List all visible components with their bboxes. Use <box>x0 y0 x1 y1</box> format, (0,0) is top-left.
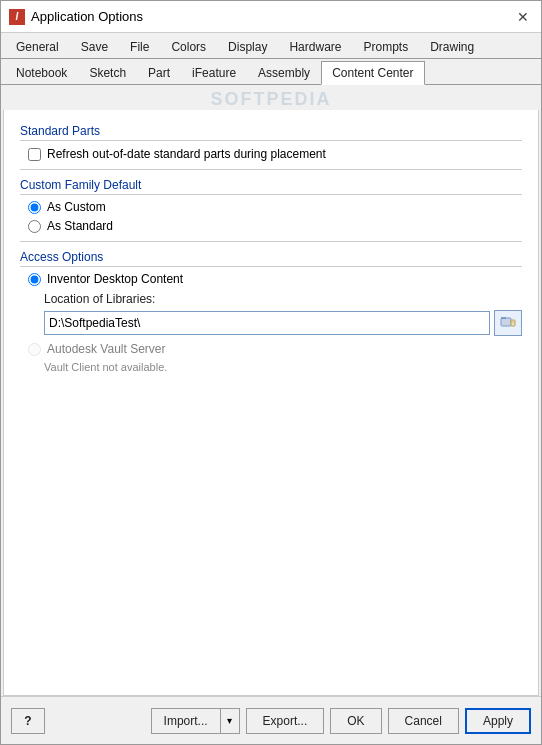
tab-file[interactable]: File <box>119 35 160 58</box>
as-standard-radio[interactable] <box>28 220 41 233</box>
footer: ? Import... ▾ Export... OK Cancel Apply <box>1 696 541 744</box>
tab-drawing[interactable]: Drawing <box>419 35 485 58</box>
import-dropdown-arrow[interactable]: ▾ <box>221 709 239 733</box>
refresh-checkbox-row: Refresh out-of-date standard parts durin… <box>28 147 522 161</box>
as-standard-radio-row: As Standard <box>28 219 522 233</box>
apply-button[interactable]: Apply <box>465 708 531 734</box>
inventor-desktop-label: Inventor Desktop Content <box>47 272 183 286</box>
import-button[interactable]: Import... <box>152 709 221 733</box>
inventor-desktop-radio[interactable] <box>28 273 41 286</box>
as-standard-label: As Standard <box>47 219 113 233</box>
library-path-input[interactable] <box>44 311 490 335</box>
close-button[interactable]: ✕ <box>513 7 533 27</box>
vault-note: Vault Client not available. <box>44 361 522 373</box>
tab-save[interactable]: Save <box>70 35 119 58</box>
refresh-checkbox-label: Refresh out-of-date standard parts durin… <box>47 147 326 161</box>
browse-button[interactable] <box>494 310 522 336</box>
tab-assembly[interactable]: Assembly <box>247 61 321 84</box>
import-split-button: Import... ▾ <box>151 708 240 734</box>
tab-ifeature[interactable]: iFeature <box>181 61 247 84</box>
vault-server-radio[interactable] <box>28 343 41 356</box>
help-button[interactable]: ? <box>11 708 45 734</box>
tab-sketch[interactable]: Sketch <box>78 61 137 84</box>
browse-icon <box>500 314 516 333</box>
main-content: Standard Parts Refresh out-of-date stand… <box>3 110 539 696</box>
tab-display[interactable]: Display <box>217 35 278 58</box>
svg-rect-0 <box>501 318 511 326</box>
inventor-desktop-radio-row: Inventor Desktop Content <box>28 272 522 286</box>
title-bar: I Application Options ✕ <box>1 1 541 33</box>
as-custom-radio[interactable] <box>28 201 41 214</box>
vault-server-label: Autodesk Vault Server <box>47 342 166 356</box>
svg-rect-2 <box>511 320 515 326</box>
libraries-label: Location of Libraries: <box>44 292 522 306</box>
tabs-row-1: General Save File Colors Display Hardwar… <box>1 33 541 59</box>
tab-part[interactable]: Part <box>137 61 181 84</box>
access-options-header: Access Options <box>20 250 522 267</box>
application-options-dialog: I Application Options ✕ General Save Fil… <box>0 0 542 745</box>
separator-1 <box>20 169 522 170</box>
tab-prompts[interactable]: Prompts <box>352 35 419 58</box>
tab-hardware[interactable]: Hardware <box>278 35 352 58</box>
app-icon: I <box>9 9 25 25</box>
dialog-title: Application Options <box>31 9 513 24</box>
tab-content-center[interactable]: Content Center <box>321 61 424 85</box>
as-custom-radio-row: As Custom <box>28 200 522 214</box>
export-button[interactable]: Export... <box>246 708 325 734</box>
tab-general[interactable]: General <box>5 35 70 58</box>
watermark: SOFTPEDIA <box>1 85 541 110</box>
standard-parts-header: Standard Parts <box>20 124 522 141</box>
tabs-row-2: Notebook Sketch Part iFeature Assembly C… <box>1 59 541 85</box>
refresh-checkbox[interactable] <box>28 148 41 161</box>
ok-button[interactable]: OK <box>330 708 381 734</box>
as-custom-label: As Custom <box>47 200 106 214</box>
separator-2 <box>20 241 522 242</box>
tab-colors[interactable]: Colors <box>160 35 217 58</box>
svg-rect-1 <box>501 317 506 319</box>
cancel-button[interactable]: Cancel <box>388 708 459 734</box>
custom-family-header: Custom Family Default <box>20 178 522 195</box>
path-row <box>44 310 522 336</box>
tab-notebook[interactable]: Notebook <box>5 61 78 84</box>
vault-server-radio-row: Autodesk Vault Server <box>28 342 522 356</box>
